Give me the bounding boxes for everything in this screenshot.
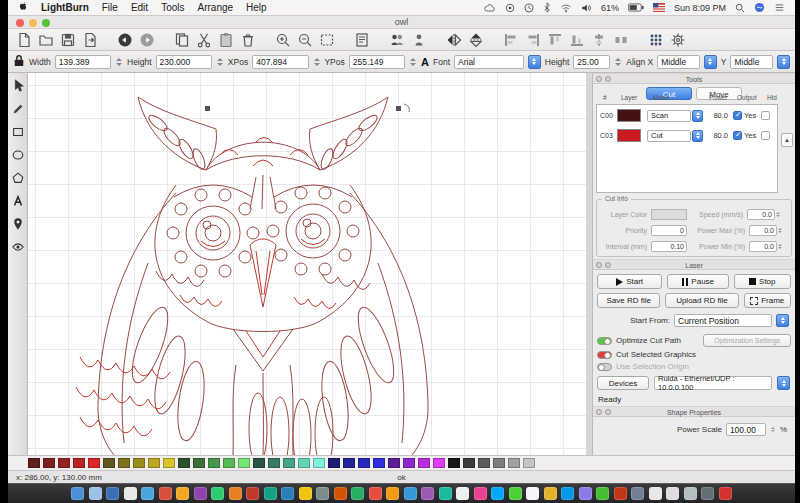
laser-panel-header[interactable]: Laser bbox=[593, 259, 795, 270]
optimize-cut-path-toggle[interactable] bbox=[597, 337, 612, 345]
hide-checkbox[interactable] bbox=[761, 111, 770, 120]
group-icon[interactable] bbox=[387, 31, 406, 49]
palette-color-swatch[interactable] bbox=[448, 458, 460, 468]
dock-app-icon[interactable] bbox=[491, 487, 504, 500]
layer-list[interactable]: # Layer Mode Power Output Hid C00 Scan 8… bbox=[596, 104, 778, 193]
align-y-select[interactable]: Middle bbox=[730, 55, 773, 69]
layer-color-well[interactable] bbox=[651, 209, 687, 220]
tools-panel-header[interactable]: Tools bbox=[593, 73, 795, 84]
menu-item-tools[interactable]: Tools bbox=[161, 2, 184, 13]
cut-selected-graphics-toggle[interactable] bbox=[597, 351, 612, 359]
apple-menu-icon[interactable] bbox=[18, 1, 28, 14]
dock-app-icon[interactable] bbox=[649, 487, 662, 500]
frame-button[interactable]: Frame bbox=[744, 293, 791, 308]
input-flag-icon[interactable] bbox=[653, 3, 665, 12]
palette-color-swatch[interactable] bbox=[133, 458, 145, 468]
upload-rd-file-button[interactable]: Upload RD file bbox=[665, 293, 738, 308]
palette-color-swatch[interactable] bbox=[118, 458, 130, 468]
frame-selection-icon[interactable] bbox=[317, 31, 336, 49]
new-file-icon[interactable] bbox=[14, 31, 33, 49]
status-clock-icon[interactable] bbox=[524, 3, 534, 13]
palette-color-swatch[interactable] bbox=[238, 458, 250, 468]
dock-app-icon[interactable] bbox=[666, 487, 679, 500]
palette-color-swatch[interactable] bbox=[403, 458, 415, 468]
palette-color-swatch[interactable] bbox=[88, 458, 100, 468]
dock-app-icon[interactable] bbox=[596, 487, 609, 500]
width-stepper[interactable] bbox=[115, 55, 123, 69]
delete-icon[interactable] bbox=[238, 31, 257, 49]
ypos-stepper[interactable] bbox=[409, 55, 417, 69]
grid-icon[interactable] bbox=[646, 31, 665, 49]
power-min-input[interactable]: 0.0 bbox=[749, 241, 777, 252]
dock-app-icon[interactable] bbox=[474, 487, 487, 500]
palette-color-swatch[interactable] bbox=[418, 458, 430, 468]
palette-color-swatch[interactable] bbox=[463, 458, 475, 468]
palette-color-swatch[interactable] bbox=[43, 458, 55, 468]
dock-app-icon[interactable] bbox=[194, 487, 207, 500]
cut-icon[interactable] bbox=[194, 31, 213, 49]
height-input[interactable]: 230.000 bbox=[156, 55, 213, 69]
power-max-input[interactable]: 0.0 bbox=[749, 225, 777, 236]
preview-icon[interactable] bbox=[352, 31, 371, 49]
flip-vertical-icon[interactable] bbox=[466, 31, 485, 49]
palette-color-swatch[interactable] bbox=[253, 458, 265, 468]
align-x-select[interactable]: Middle bbox=[657, 55, 700, 69]
palette-color-swatch[interactable] bbox=[163, 458, 175, 468]
dock-app-icon[interactable] bbox=[684, 487, 697, 500]
palette-color-swatch[interactable] bbox=[208, 458, 220, 468]
layer-row[interactable]: C00 Scan 80.0 Yes bbox=[597, 107, 777, 124]
palette-color-swatch[interactable] bbox=[433, 458, 445, 468]
rectangle-tool-icon[interactable] bbox=[9, 123, 27, 140]
menu-item-help[interactable]: Help bbox=[246, 2, 267, 13]
undo-icon[interactable] bbox=[115, 31, 134, 49]
interval-input[interactable]: 0.10 bbox=[651, 241, 687, 252]
spotlight-search-icon[interactable] bbox=[735, 3, 745, 13]
palette-color-swatch[interactable] bbox=[523, 458, 535, 468]
dock-app-icon[interactable] bbox=[316, 487, 329, 500]
dock-app-icon[interactable] bbox=[439, 487, 452, 500]
palette-color-swatch[interactable] bbox=[478, 458, 490, 468]
dock-app-icon[interactable] bbox=[509, 487, 522, 500]
palette-color-swatch[interactable] bbox=[268, 458, 280, 468]
layer-mode-dropdown-button[interactable] bbox=[692, 110, 703, 122]
layer-mode-select[interactable]: Scan bbox=[647, 110, 691, 122]
distribute-icon[interactable] bbox=[611, 31, 630, 49]
dock-app-icon[interactable] bbox=[526, 487, 539, 500]
zoom-out-icon[interactable] bbox=[295, 31, 314, 49]
settings-gear-icon[interactable] bbox=[668, 31, 687, 49]
volume-icon[interactable] bbox=[581, 3, 592, 13]
palette-color-swatch[interactable] bbox=[193, 458, 205, 468]
palette-color-swatch[interactable] bbox=[493, 458, 505, 468]
save-icon[interactable] bbox=[58, 31, 77, 49]
start-from-select[interactable]: Current Position bbox=[674, 314, 772, 327]
battery-icon[interactable] bbox=[628, 3, 644, 12]
lock-icon[interactable] bbox=[13, 54, 25, 69]
device-dropdown-button[interactable] bbox=[777, 376, 790, 390]
power-scale-input[interactable]: 100.00 bbox=[726, 423, 766, 436]
align-center-icon[interactable] bbox=[589, 31, 608, 49]
align-y-dropdown-button[interactable] bbox=[777, 55, 790, 69]
layer-color-swatch[interactable] bbox=[617, 129, 641, 142]
panel-splitter[interactable] bbox=[586, 73, 593, 455]
draw-lines-tool-icon[interactable] bbox=[9, 100, 27, 117]
palette-color-swatch[interactable] bbox=[58, 458, 70, 468]
align-left-icon[interactable] bbox=[501, 31, 520, 49]
collapse-panel-icon[interactable] bbox=[605, 262, 611, 268]
dock-app-icon[interactable] bbox=[631, 487, 644, 500]
menu-item-arrange[interactable]: Arrange bbox=[197, 2, 233, 13]
layer-color-swatch[interactable] bbox=[617, 109, 641, 122]
palette-color-swatch[interactable] bbox=[178, 458, 190, 468]
dock-app-icon[interactable] bbox=[106, 487, 119, 500]
power-max-stepper[interactable] bbox=[777, 225, 783, 236]
stop-button[interactable]: Stop bbox=[734, 274, 791, 289]
pause-button[interactable]: Pause bbox=[667, 274, 728, 289]
power-min-stepper[interactable] bbox=[777, 241, 783, 252]
palette-color-swatch[interactable] bbox=[328, 458, 340, 468]
palette-color-swatch[interactable] bbox=[358, 458, 370, 468]
dock-app-icon[interactable] bbox=[579, 487, 592, 500]
window-titlebar[interactable]: owl bbox=[8, 16, 795, 29]
layer-power[interactable]: 80.0 bbox=[706, 131, 728, 140]
hide-checkbox[interactable] bbox=[761, 131, 770, 140]
align-top-icon[interactable] bbox=[545, 31, 564, 49]
open-file-icon[interactable] bbox=[36, 31, 55, 49]
